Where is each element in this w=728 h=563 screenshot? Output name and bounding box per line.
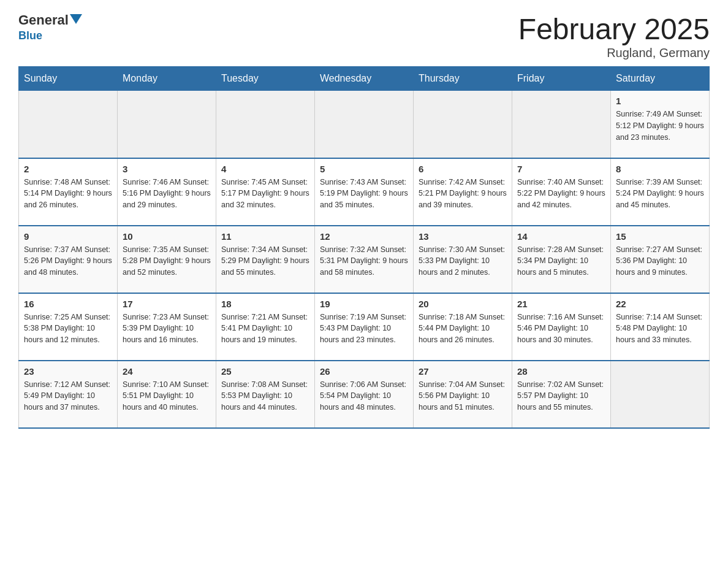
day-number: 1 — [616, 96, 704, 106]
day-number: 5 — [320, 164, 408, 174]
day-number: 13 — [419, 231, 507, 242]
calendar-cell: 10Sunrise: 7:35 AM Sunset: 5:28 PM Dayli… — [118, 226, 216, 293]
day-number: 27 — [419, 366, 507, 377]
day-info: Sunrise: 7:42 AM Sunset: 5:21 PM Dayligh… — [419, 177, 507, 211]
calendar-cell: 21Sunrise: 7:16 AM Sunset: 5:46 PM Dayli… — [512, 293, 611, 361]
day-info: Sunrise: 7:10 AM Sunset: 5:51 PM Dayligh… — [123, 379, 211, 413]
calendar-cell: 22Sunrise: 7:14 AM Sunset: 5:48 PM Dayli… — [611, 293, 710, 361]
day-info: Sunrise: 7:49 AM Sunset: 5:12 PM Dayligh… — [616, 109, 704, 143]
calendar-cell — [118, 91, 216, 158]
day-info: Sunrise: 7:06 AM Sunset: 5:54 PM Dayligh… — [320, 379, 408, 413]
day-info: Sunrise: 7:40 AM Sunset: 5:22 PM Dayligh… — [517, 177, 605, 211]
day-number: 18 — [221, 299, 309, 309]
weekday-header-monday: Monday — [118, 67, 216, 91]
weekday-header-friday: Friday — [512, 67, 611, 91]
calendar-cell: 26Sunrise: 7:06 AM Sunset: 5:54 PM Dayli… — [315, 361, 414, 428]
day-number: 26 — [320, 366, 408, 377]
calendar-cell — [315, 91, 414, 158]
calendar-cell: 25Sunrise: 7:08 AM Sunset: 5:53 PM Dayli… — [216, 361, 315, 428]
day-number: 8 — [616, 164, 704, 174]
logo: General Blue — [18, 12, 82, 42]
day-info: Sunrise: 7:39 AM Sunset: 5:24 PM Dayligh… — [616, 177, 704, 211]
day-info: Sunrise: 7:30 AM Sunset: 5:33 PM Dayligh… — [419, 244, 507, 278]
calendar-cell — [216, 91, 315, 158]
calendar-cell: 20Sunrise: 7:18 AM Sunset: 5:44 PM Dayli… — [414, 293, 512, 361]
day-info: Sunrise: 7:21 AM Sunset: 5:41 PM Dayligh… — [221, 312, 309, 346]
calendar-cell — [19, 91, 118, 158]
calendar-cell: 5Sunrise: 7:43 AM Sunset: 5:19 PM Daylig… — [315, 158, 414, 226]
day-number: 11 — [221, 231, 309, 242]
logo-blue-text: Blue — [18, 29, 42, 42]
day-info: Sunrise: 7:25 AM Sunset: 5:38 PM Dayligh… — [24, 312, 112, 346]
day-info: Sunrise: 7:37 AM Sunset: 5:26 PM Dayligh… — [24, 244, 112, 278]
day-info: Sunrise: 7:02 AM Sunset: 5:57 PM Dayligh… — [517, 379, 605, 413]
day-number: 24 — [123, 366, 211, 377]
day-number: 25 — [221, 366, 309, 377]
calendar-cell: 6Sunrise: 7:42 AM Sunset: 5:21 PM Daylig… — [414, 158, 512, 226]
day-number: 3 — [123, 164, 211, 174]
day-info: Sunrise: 7:23 AM Sunset: 5:39 PM Dayligh… — [123, 312, 211, 346]
title-section: February 2025 Rugland, Germany — [518, 12, 710, 60]
calendar-cell — [512, 91, 611, 158]
calendar-cell: 13Sunrise: 7:30 AM Sunset: 5:33 PM Dayli… — [414, 226, 512, 293]
calendar-cell: 15Sunrise: 7:27 AM Sunset: 5:36 PM Dayli… — [611, 226, 710, 293]
day-number: 20 — [419, 299, 507, 309]
month-title: February 2025 — [518, 12, 710, 46]
calendar-week-row: 23Sunrise: 7:12 AM Sunset: 5:49 PM Dayli… — [19, 361, 710, 428]
day-number: 21 — [517, 299, 605, 309]
weekday-header-tuesday: Tuesday — [216, 67, 315, 91]
day-info: Sunrise: 7:14 AM Sunset: 5:48 PM Dayligh… — [616, 312, 704, 346]
calendar-week-row: 9Sunrise: 7:37 AM Sunset: 5:26 PM Daylig… — [19, 226, 710, 293]
calendar-cell: 17Sunrise: 7:23 AM Sunset: 5:39 PM Dayli… — [118, 293, 216, 361]
day-info: Sunrise: 7:16 AM Sunset: 5:46 PM Dayligh… — [517, 312, 605, 346]
day-number: 4 — [221, 164, 309, 174]
calendar-cell: 23Sunrise: 7:12 AM Sunset: 5:49 PM Dayli… — [19, 361, 118, 428]
day-info: Sunrise: 7:48 AM Sunset: 5:14 PM Dayligh… — [24, 177, 112, 211]
location-text: Rugland, Germany — [518, 46, 710, 60]
page-header: General Blue February 2025 Rugland, Germ… — [18, 12, 710, 60]
logo-triangle-icon — [70, 14, 82, 24]
day-info: Sunrise: 7:18 AM Sunset: 5:44 PM Dayligh… — [419, 312, 507, 346]
weekday-header-sunday: Sunday — [19, 67, 118, 91]
day-info: Sunrise: 7:32 AM Sunset: 5:31 PM Dayligh… — [320, 244, 408, 278]
day-info: Sunrise: 7:04 AM Sunset: 5:56 PM Dayligh… — [419, 379, 507, 413]
day-info: Sunrise: 7:45 AM Sunset: 5:17 PM Dayligh… — [221, 177, 309, 211]
day-number: 23 — [24, 366, 112, 377]
day-number: 16 — [24, 299, 112, 309]
day-number: 9 — [24, 231, 112, 242]
day-number: 14 — [517, 231, 605, 242]
calendar-week-row: 2Sunrise: 7:48 AM Sunset: 5:14 PM Daylig… — [19, 158, 710, 226]
calendar-table: SundayMondayTuesdayWednesdayThursdayFrid… — [18, 66, 710, 429]
weekday-header-wednesday: Wednesday — [315, 67, 414, 91]
calendar-week-row: 1Sunrise: 7:49 AM Sunset: 5:12 PM Daylig… — [19, 91, 710, 158]
calendar-cell: 18Sunrise: 7:21 AM Sunset: 5:41 PM Dayli… — [216, 293, 315, 361]
calendar-cell: 16Sunrise: 7:25 AM Sunset: 5:38 PM Dayli… — [19, 293, 118, 361]
calendar-cell: 11Sunrise: 7:34 AM Sunset: 5:29 PM Dayli… — [216, 226, 315, 293]
day-number: 2 — [24, 164, 112, 174]
day-number: 22 — [616, 299, 704, 309]
calendar-cell: 27Sunrise: 7:04 AM Sunset: 5:56 PM Dayli… — [414, 361, 512, 428]
calendar-cell: 12Sunrise: 7:32 AM Sunset: 5:31 PM Dayli… — [315, 226, 414, 293]
calendar-cell: 3Sunrise: 7:46 AM Sunset: 5:16 PM Daylig… — [118, 158, 216, 226]
day-info: Sunrise: 7:27 AM Sunset: 5:36 PM Dayligh… — [616, 244, 704, 278]
calendar-cell — [611, 361, 710, 428]
calendar-cell: 2Sunrise: 7:48 AM Sunset: 5:14 PM Daylig… — [19, 158, 118, 226]
day-number: 19 — [320, 299, 408, 309]
logo-general-text: General — [18, 12, 69, 28]
day-number: 7 — [517, 164, 605, 174]
calendar-week-row: 16Sunrise: 7:25 AM Sunset: 5:38 PM Dayli… — [19, 293, 710, 361]
day-info: Sunrise: 7:34 AM Sunset: 5:29 PM Dayligh… — [221, 244, 309, 278]
calendar-cell: 14Sunrise: 7:28 AM Sunset: 5:34 PM Dayli… — [512, 226, 611, 293]
day-info: Sunrise: 7:19 AM Sunset: 5:43 PM Dayligh… — [320, 312, 408, 346]
day-number: 6 — [419, 164, 507, 174]
day-info: Sunrise: 7:12 AM Sunset: 5:49 PM Dayligh… — [24, 379, 112, 413]
weekday-header-row: SundayMondayTuesdayWednesdayThursdayFrid… — [19, 67, 710, 91]
day-info: Sunrise: 7:46 AM Sunset: 5:16 PM Dayligh… — [123, 177, 211, 211]
day-number: 10 — [123, 231, 211, 242]
day-info: Sunrise: 7:28 AM Sunset: 5:34 PM Dayligh… — [517, 244, 605, 278]
weekday-header-saturday: Saturday — [611, 67, 710, 91]
day-info: Sunrise: 7:35 AM Sunset: 5:28 PM Dayligh… — [123, 244, 211, 278]
calendar-cell: 8Sunrise: 7:39 AM Sunset: 5:24 PM Daylig… — [611, 158, 710, 226]
calendar-cell: 1Sunrise: 7:49 AM Sunset: 5:12 PM Daylig… — [611, 91, 710, 158]
calendar-cell: 28Sunrise: 7:02 AM Sunset: 5:57 PM Dayli… — [512, 361, 611, 428]
